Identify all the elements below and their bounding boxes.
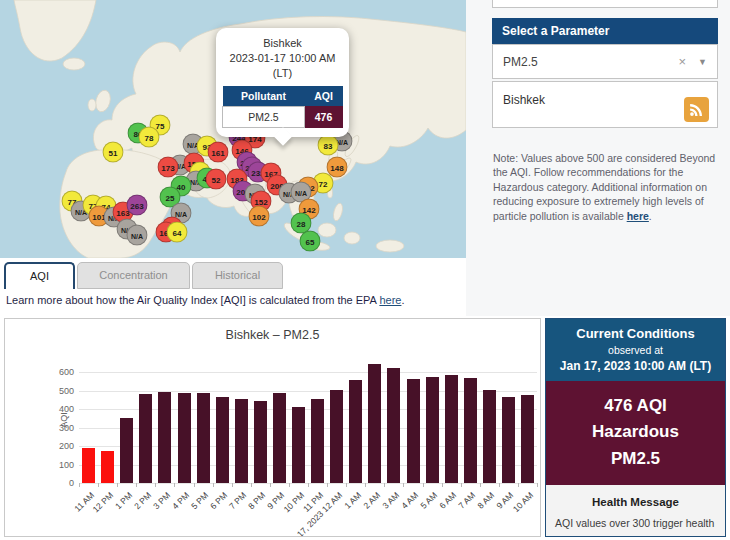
x-axis-tick (213, 483, 214, 487)
chart-bar (158, 392, 171, 484)
tab-concentration[interactable]: Concentration (77, 262, 190, 289)
x-axis-tick (537, 483, 538, 487)
x-axis-tick (423, 483, 424, 487)
x-axis-tick (194, 483, 195, 487)
y-axis-tick-label: 100 (46, 460, 74, 470)
chart-bar (216, 397, 229, 483)
note-here-link[interactable]: here (627, 210, 649, 222)
parameter-card: Select a Parameter PM2.5 × ▼ (492, 18, 718, 79)
aqi-category-line: Hazardous (546, 419, 725, 445)
chart-bar (521, 395, 534, 483)
popup-col-aqi: AQI (304, 86, 342, 107)
chart-bar (426, 377, 439, 483)
chevron-down-icon[interactable]: ▼ (698, 57, 707, 67)
search-box-partial[interactable] (492, 0, 718, 8)
chart-bar (292, 407, 305, 483)
x-axis-tick (384, 483, 385, 487)
map-popup: Bishkek 2023-01-17 10:00 AM (LT) Polluta… (216, 28, 349, 137)
rss-icon[interactable] (684, 97, 709, 122)
chart-bar (178, 393, 191, 483)
x-axis-tick (518, 483, 519, 487)
chart-bar (254, 401, 267, 483)
current-conditions-title: Current Conditions (550, 326, 721, 341)
aqi-marker[interactable]: 51 (103, 142, 124, 163)
chart-plot: 010020030040050060011 AM12 PM1 PM2 PM3 P… (79, 361, 537, 483)
location-label: Bishkek (503, 93, 545, 107)
aqi-pollutant-line: PM2.5 (546, 446, 725, 472)
chart-bar (483, 390, 496, 483)
x-axis-tick (327, 483, 328, 487)
current-conditions-header: Current Conditions observed at Jan 17, 2… (546, 319, 725, 381)
x-axis-tick (232, 483, 233, 487)
chart-bar (235, 399, 248, 483)
observed-datetime: Jan 17, 2023 10:00 AM (LT) (550, 359, 721, 373)
chart-bar (368, 364, 381, 483)
chart-bar (101, 451, 114, 483)
tab-aqi[interactable]: AQI (4, 262, 75, 289)
popup-col-pollutant: Pollutant (223, 86, 305, 107)
aqi-summary-block: 476 AQI Hazardous PM2.5 (546, 381, 725, 485)
chart-bar (197, 393, 210, 483)
chart-bar (120, 418, 133, 483)
y-axis-tick-label: 500 (46, 386, 74, 396)
aqi-marker[interactable]: N/A (127, 225, 148, 246)
chart-bar (445, 375, 458, 483)
chart-bar (349, 380, 362, 484)
popup-datetime: 2023-01-17 10:00 AM (LT) (222, 51, 343, 81)
y-axis-tick-label: 300 (46, 423, 74, 433)
beyond-aqi-note: Note: Values above 500 are considered Be… (493, 151, 722, 224)
chart-bar (407, 379, 420, 483)
aqi-marker[interactable]: 161 (208, 142, 229, 163)
x-axis-tick (442, 483, 443, 487)
chart-bar (82, 448, 95, 483)
x-axis-tick (289, 483, 290, 487)
chart-title: Bishkek – PM2.5 (5, 328, 540, 342)
popup-city: Bishkek (222, 36, 343, 51)
learn-more-here-link[interactable]: here (379, 294, 401, 306)
aqi-marker[interactable]: 65 (300, 231, 321, 252)
x-axis-tick (480, 483, 481, 487)
chart-bar (330, 390, 343, 483)
chart-bar (387, 368, 400, 484)
y-axis-tick-label: 400 (46, 404, 74, 414)
x-axis-tick (98, 483, 99, 487)
aqi-marker[interactable]: 64 (167, 222, 188, 243)
x-axis-tick (174, 483, 175, 487)
chart-bar (139, 394, 152, 483)
parameter-header: Select a Parameter (492, 18, 718, 44)
y-axis-tick-label: 200 (46, 441, 74, 451)
x-axis-tick (117, 483, 118, 487)
chart-bar (464, 378, 477, 483)
aqi-marker[interactable]: 78 (139, 127, 160, 148)
x-axis-tick (79, 483, 80, 487)
x-axis-tick (346, 483, 347, 487)
aqi-marker[interactable]: 102 (249, 206, 270, 227)
x-axis-tick (155, 483, 156, 487)
x-axis-tick (136, 483, 137, 487)
learn-more-text: Learn more about how the Air Quality Ind… (6, 294, 379, 306)
tab-historical[interactable]: Historical (192, 262, 283, 289)
x-axis-tick (270, 483, 271, 487)
x-axis-tick (365, 483, 366, 487)
note-text: Note: Values above 500 are considered Be… (493, 152, 715, 222)
learn-more-suffix: . (401, 294, 404, 306)
aqi-marker[interactable]: 83 (318, 135, 339, 156)
chart-bar (273, 393, 286, 483)
observed-at-label: observed at (550, 344, 721, 356)
popup-table: Pollutant AQI PM2.5 476 (222, 86, 343, 128)
health-message-title: Health Message (555, 496, 716, 508)
chart-bar (502, 397, 515, 483)
aqi-marker[interactable]: 263 (127, 195, 148, 216)
learn-more-line: Learn more about how the Air Quality Ind… (6, 294, 404, 306)
aqi-marker[interactable]: 173 (158, 157, 179, 178)
y-axis-tick-label: 600 (46, 367, 74, 377)
current-conditions-panel: Current Conditions observed at Jan 17, 2… (545, 318, 726, 537)
x-axis-tick (251, 483, 252, 487)
x-axis-tick (499, 483, 500, 487)
clear-icon[interactable]: × (678, 54, 686, 69)
aqi-value-line: 476 AQI (546, 393, 725, 419)
x-axis-tick (308, 483, 309, 487)
parameter-select[interactable]: PM2.5 × ▼ (492, 44, 718, 79)
aqi-marker[interactable]: 52 (206, 169, 227, 190)
map[interactable]: 75867851N/A93161N/A17315981N/A45524025N/… (0, 0, 466, 258)
